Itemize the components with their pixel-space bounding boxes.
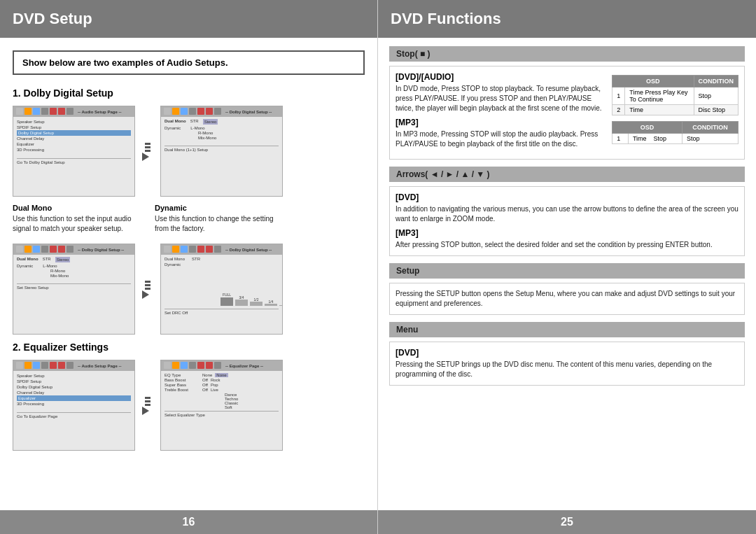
arrows-mp3-label: [MP3]: [396, 228, 738, 238]
screenshot-3-body: Dual Mono STR Stereo Dynamic L-Mono R-Mo…: [13, 255, 134, 334]
section1-heading: 1. Dolby Digital Setup: [13, 87, 365, 99]
arrow-right: [139, 142, 156, 161]
stop-header: Stop( ■ ): [389, 46, 745, 62]
screenshot-2-body: Dual Mono STR Stereo Dynamic L-Mono R-Mo…: [161, 117, 282, 196]
screenshot-1: -- Audio Setup Page -- Speaker Setup SPD…: [13, 106, 135, 197]
screenshot-5-titlebar: -- Audio Setup Page --: [13, 360, 134, 371]
left-footer: 16: [0, 510, 377, 534]
arrows-header-text: Arrows( ◄ / ► / ▲ / ▼ ): [396, 169, 490, 179]
menu-section: Menu [DVD] Pressing the SETUP brings up …: [389, 322, 745, 386]
right-title: DVD Functions: [391, 10, 743, 28]
screenshot-6-body: EQ TypeNone None Bass BoostOffRock Super…: [161, 371, 282, 450]
row-num: 1: [612, 134, 629, 144]
row-condition: Stop: [694, 87, 738, 105]
screenshot-1-titlebar: -- Audio Setup Page --: [13, 106, 134, 117]
svg-marker-1: [142, 290, 149, 299]
left-page-number: 16: [183, 516, 195, 528]
section2-heading: 2. Equalizer Settings: [13, 342, 365, 353]
stop-section: Stop( ■ ) [DVD]/[AUDIO] In DVD mode, Pre…: [389, 46, 745, 160]
screenshot-5: -- Audio Setup Page -- Speaker Setup SPD…: [13, 360, 135, 451]
arrows-dvd-label: [DVD]: [396, 192, 738, 202]
dvd-audio-label: [DVD]/[AUDIO]: [396, 72, 606, 82]
menu-item: 3D Processing: [17, 401, 131, 407]
setup-header-text: Setup: [396, 266, 419, 276]
screenshot-6-titlebar: -- Equalizer Page --: [161, 360, 282, 371]
arrows-section: Arrows( ◄ / ► / ▲ / ▼ ) [DVD] In additio…: [389, 167, 745, 256]
svg-marker-2: [142, 407, 149, 415]
screenshot-row-1: -- Audio Setup Page -- Speaker Setup SPD…: [13, 106, 365, 197]
arrows-dvd-text: In addition to navigating the various me…: [396, 204, 738, 224]
screenshot-6: -- Equalizer Page -- EQ TypeNone None Ba…: [160, 360, 283, 451]
left-content: Show below are two examples of Audio Set…: [0, 38, 377, 510]
stop-right: OSD CONDITION 1 Time Press Play Key To C…: [612, 72, 738, 153]
row-num: 1: [612, 87, 625, 105]
row-condition: Disc Stop: [694, 105, 738, 115]
dynamic-label: Dynamic: [155, 204, 277, 212]
desc-row-1: Dual Mono Use this function to set the i…: [13, 204, 365, 234]
menu-item: Equalizer: [17, 395, 131, 401]
row-osd: Time Stop: [628, 134, 682, 144]
left-panel: DVD Setup Show below are two examples of…: [0, 0, 378, 534]
screenshot-1-body: Speaker Setup SPDIF Setup Dolby Digital …: [13, 117, 134, 196]
screenshot-3: -- Dolby Digital Setup -- Dual Mono STR …: [13, 244, 135, 335]
mp3-osd-header: OSD: [612, 122, 682, 134]
screenshot-row-2: -- Dolby Digital Setup -- Dual Mono STR …: [13, 244, 365, 335]
dynamic-desc: Dynamic Use this function to change the …: [155, 204, 277, 234]
condition-header: CONDITION: [694, 76, 738, 87]
left-header: DVD Setup: [0, 0, 377, 38]
menu-item: Dolby Digital Setup: [17, 130, 131, 136]
dynamic-text: Use this function to change the setting …: [155, 214, 277, 234]
dvd-osd-table: OSD CONDITION 1 Time Press Play Key To C…: [612, 75, 738, 115]
menu-item: Equalizer: [17, 141, 131, 147]
stop-left: [DVD]/[AUDIO] In DVD mode, Press STOP to…: [396, 72, 606, 153]
mp3-osd-table: OSD CONDITION 1 Time Stop Stop: [612, 121, 738, 144]
table-row: 1 Time Press Play Key To Continue Stop: [612, 87, 738, 105]
menu-item: Speaker Setup: [17, 373, 131, 379]
screenshot-3-titlebar: -- Dolby Digital Setup --: [13, 244, 134, 255]
menu-item: SPDIF Setup: [17, 125, 131, 130]
dual-mono-label: Dual Mono: [13, 204, 135, 212]
menu-item: Dolby Digital Setup: [17, 384, 131, 390]
row-osd: Time Press Play Key To Continue: [625, 87, 694, 105]
screenshot-1-title: -- Audio Setup Page --: [78, 110, 121, 114]
svg-marker-0: [142, 153, 149, 161]
setup-body: Pressing the SETUP button opens the Setu…: [389, 283, 745, 315]
dvd-audio-text: In DVD mode, Press STOP to stop playback…: [396, 84, 606, 113]
row-num: 2: [612, 105, 625, 115]
menu-body: [DVD] Pressing the SETUP brings up the D…: [389, 342, 745, 386]
setup-text: Pressing the SETUP button opens the Setu…: [396, 289, 738, 309]
screenshot-2-titlebar: -- Dolby Digital Setup --: [161, 106, 282, 117]
menu-item: 3D Processing: [17, 147, 131, 153]
mp3-condition-header: CONDITION: [682, 122, 738, 134]
left-title: DVD Setup: [13, 10, 365, 28]
stop-header-text: Stop( ■ ): [396, 49, 430, 59]
arrows-mp3-text: After pressing STOP button, select the d…: [396, 240, 738, 250]
intro-text: Show below are two examples of Audio Set…: [13, 50, 365, 75]
right-footer: 25: [378, 510, 756, 534]
right-header: DVD Functions: [378, 0, 756, 38]
screenshot-5-body: Speaker Setup SPDIF Setup Dolby Digital …: [13, 371, 134, 450]
dual-mono-text: Use this function to set the input audio…: [13, 214, 135, 234]
right-content: Stop( ■ ) [DVD]/[AUDIO] In DVD mode, Pre…: [378, 38, 756, 510]
osd-header: OSD: [612, 76, 694, 87]
screenshot-row-3: -- Audio Setup Page -- Speaker Setup SPD…: [13, 360, 365, 451]
right-panel: DVD Functions Stop( ■ ) [DVD]/[AUDIO] In…: [378, 0, 756, 534]
dual-mono-desc: Dual Mono Use this function to set the i…: [13, 204, 135, 234]
menu-item: SPDIF Setup: [17, 379, 131, 384]
screenshot-2: -- Dolby Digital Setup -- Dual Mono STR …: [160, 106, 283, 197]
screenshot-4-titlebar: -- Dolby Digital Setup --: [161, 244, 282, 255]
mp3-stop-label: [MP3]: [396, 118, 606, 127]
setup-section: Setup Pressing the SETUP button opens th…: [389, 263, 745, 315]
arrow-right-3: [139, 396, 156, 415]
stop-body: [DVD]/[AUDIO] In DVD mode, Press STOP to…: [389, 66, 745, 160]
table-row: 2 Time Disc Stop: [612, 105, 738, 115]
menu-item: Channel Delay: [17, 136, 131, 141]
menu-header: Menu: [389, 322, 745, 337]
setup-header: Setup: [389, 263, 745, 279]
menu-dvd-label: [DVD]: [396, 348, 738, 358]
screenshot-4-body: Dual MonoSTR Dynamic FULL 3/4: [161, 255, 282, 334]
screenshot-2-title: -- Dolby Digital Setup --: [225, 110, 272, 114]
arrows-header: Arrows( ◄ / ► / ▲ / ▼ ): [389, 167, 745, 182]
stop-two-col: [DVD]/[AUDIO] In DVD mode, Press STOP to…: [396, 72, 738, 153]
menu-item: Speaker Setup: [17, 119, 131, 125]
